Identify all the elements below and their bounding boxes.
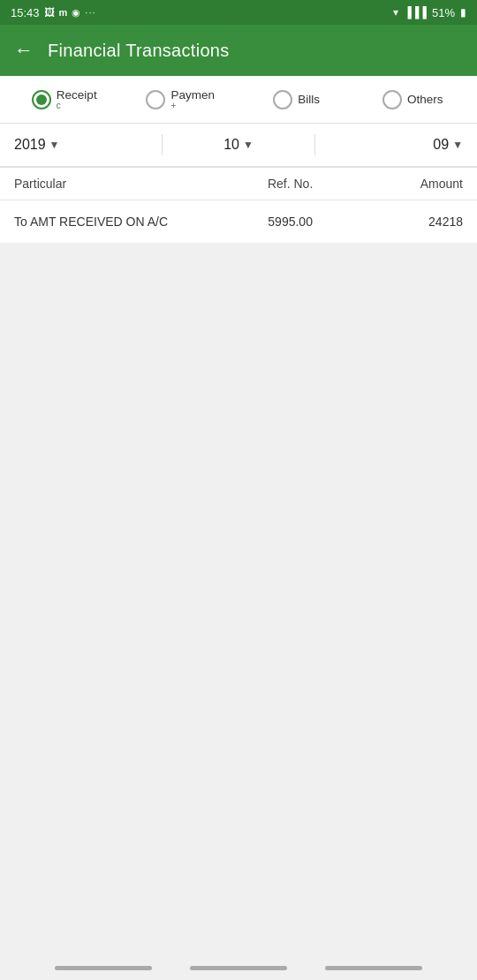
header-particular: Particular	[14, 177, 221, 191]
more-icon: ···	[85, 7, 95, 18]
wifi-icon: ▾	[393, 6, 398, 19]
status-bar: 15:43 🖼 m ◉ ··· ▾ ▐▐▐ 51% ▮	[0, 0, 477, 25]
date-filter-row: 2019 ▼ 10 ▼ 09 ▼	[0, 124, 477, 168]
header-amount: Amount	[360, 177, 463, 191]
date-divider-1	[162, 134, 163, 155]
table-row[interactable]: To AMT RECEIVED ON A/C 5995.00 24218	[0, 200, 477, 244]
sim-icon: m	[59, 7, 68, 18]
tab-receipt[interactable]: Receipt c	[11, 88, 118, 110]
bottom-nav	[0, 955, 477, 980]
date-divider-2	[314, 134, 315, 155]
nav-pill-3	[325, 966, 422, 970]
radio-receipt-inner	[36, 94, 47, 105]
tab-payment[interactable]: Paymen +	[127, 88, 235, 110]
status-time: 15:43 🖼 m ◉ ···	[11, 6, 96, 19]
image-icon: 🖼	[44, 6, 55, 19]
day-value: 09	[433, 137, 449, 153]
radio-receipt[interactable]	[32, 90, 51, 109]
month-select[interactable]: 10 ▼	[168, 137, 310, 153]
page-title: Financial Transactions	[48, 41, 230, 61]
day-dropdown-icon: ▼	[452, 139, 463, 151]
year-value: 2019	[14, 137, 46, 153]
month-value: 10	[223, 137, 239, 153]
radio-bills[interactable]	[273, 90, 292, 109]
signal-icon: ▐▐▐	[404, 6, 427, 19]
tab-payment-label: Paymen +	[170, 88, 215, 110]
year-dropdown-icon: ▼	[49, 139, 60, 151]
tab-others-label: Others	[407, 93, 443, 106]
row-particular: To AMT RECEIVED ON A/C	[14, 215, 221, 229]
day-select[interactable]: 09 ▼	[321, 137, 463, 153]
status-indicators: ▾ ▐▐▐ 51% ▮	[393, 6, 466, 19]
table-header: Particular Ref. No. Amount	[0, 168, 477, 200]
tab-others[interactable]: Others	[360, 90, 467, 109]
app-bar: ← Financial Transactions	[0, 25, 477, 76]
radio-payment[interactable]	[146, 90, 165, 109]
battery-percent: 51%	[432, 6, 455, 19]
row-amount: 24218	[360, 215, 463, 229]
battery-icon: ▮	[460, 6, 466, 19]
empty-area	[0, 244, 477, 773]
radio-others[interactable]	[382, 90, 402, 109]
tab-row: Receipt c Paymen + Bills Others	[0, 76, 477, 124]
table-body: To AMT RECEIVED ON A/C 5995.00 24218	[0, 200, 477, 244]
row-refno: 5995.00	[221, 215, 359, 229]
nav-pill-2	[190, 966, 287, 970]
nav-pill-1	[55, 966, 152, 970]
tab-bills[interactable]: Bills	[243, 90, 351, 109]
header-refno: Ref. No.	[221, 177, 359, 191]
tab-bills-label: Bills	[298, 93, 320, 106]
month-dropdown-icon: ▼	[243, 139, 254, 151]
year-select[interactable]: 2019 ▼	[14, 137, 156, 153]
tab-receipt-label: Receipt c	[57, 88, 97, 110]
circle-icon: ◉	[72, 7, 80, 19]
back-button[interactable]: ←	[14, 39, 34, 62]
